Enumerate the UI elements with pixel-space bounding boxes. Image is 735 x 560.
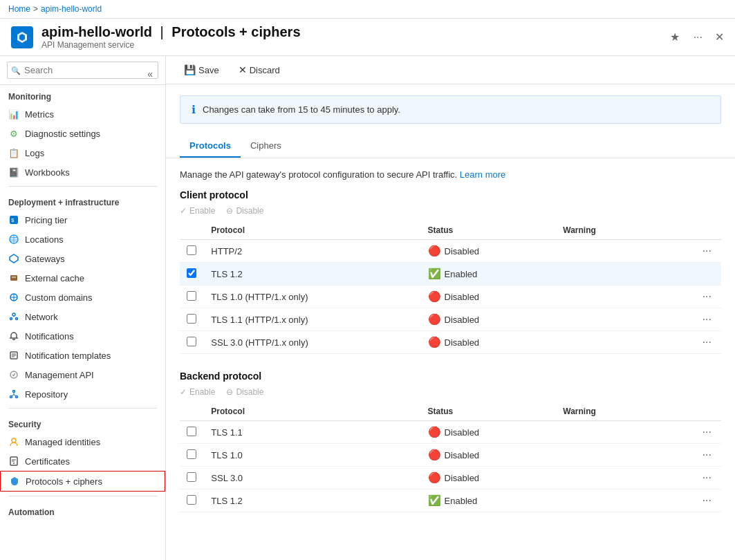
sidebar-item-gateways[interactable]: Gateways: [0, 249, 165, 268]
tab-bar: Protocols Ciphers: [166, 135, 735, 158]
sidebar-item-network-label: Network: [25, 312, 58, 322]
sidebar-item-notification-templates-label: Notification templates: [25, 351, 111, 361]
tab-ciphers[interactable]: Ciphers: [241, 135, 291, 158]
favorite-icon[interactable]: ★: [666, 29, 684, 45]
service-icon: [11, 26, 33, 48]
tab-protocols[interactable]: Protocols: [180, 135, 241, 158]
sidebar-item-network[interactable]: Network: [0, 307, 165, 326]
sidebar-item-metrics-label: Metrics: [25, 109, 54, 120]
backend-row-more-0[interactable]: ···: [700, 426, 714, 438]
backend-row-warning-2: [556, 467, 691, 489]
client-protocol-table: Protocol Status Warning HTTP/2 🔴 Disable…: [180, 221, 721, 354]
client-row-protocol-2: TLS 1.0 (HTTP/1.x only): [204, 286, 420, 308]
sidebar-item-metrics[interactable]: 📊 Metrics: [0, 104, 165, 124]
client-row-checkbox-0[interactable]: [187, 245, 196, 255]
sidebar-item-certificates[interactable]: Certificates: [0, 451, 165, 471]
backend-row-protocol-2: SSL 3.0: [204, 467, 420, 489]
client-row-checkbox-1[interactable]: [187, 268, 196, 278]
client-row-more-3[interactable]: ···: [700, 313, 714, 325]
discard-icon: ✕: [239, 64, 247, 75]
backend-row-warning-1: [556, 444, 691, 467]
close-button[interactable]: ✕: [715, 30, 724, 44]
backend-row-checkbox-1[interactable]: [187, 449, 196, 459]
backend-protocol-row-0: TLS 1.1 🔴 Disabled ···: [180, 421, 721, 444]
sidebar-item-locations[interactable]: Locations: [0, 230, 165, 249]
backend-row-more-3[interactable]: ···: [700, 494, 714, 506]
backend-enable-button[interactable]: ✓ Enable: [180, 387, 215, 397]
sidebar-divider-2: [8, 408, 157, 409]
svg-text:$: $: [11, 217, 15, 223]
main-layout: « Monitoring 📊 Metrics ⚙ Diagnostic sett…: [0, 56, 735, 560]
collapse-button[interactable]: «: [147, 68, 153, 80]
client-col-status: Status: [421, 221, 557, 240]
section-description: Manage the API gateway's protocol config…: [180, 169, 721, 180]
backend-col-status: Status: [421, 402, 557, 421]
client-row-warning-1: [556, 263, 691, 286]
client-row-warning-2: [556, 286, 691, 308]
more-options-icon[interactable]: ···: [689, 30, 707, 45]
backend-row-more-2[interactable]: ···: [700, 472, 714, 483]
client-row-more-2[interactable]: ···: [700, 290, 714, 302]
sidebar-item-management-api[interactable]: Management API: [0, 365, 165, 384]
discard-button[interactable]: ✕ Discard: [234, 62, 284, 78]
learn-more-link[interactable]: Learn more: [460, 169, 505, 180]
notification-templates-icon: [8, 350, 19, 361]
client-enable-button[interactable]: ✓ Enable: [180, 206, 215, 216]
info-banner-text: Changes can take from 15 to 45 minutes t…: [203, 104, 400, 115]
sidebar-item-pricing-label: Pricing tier: [25, 215, 67, 225]
sidebar-item-external-cache[interactable]: External cache: [0, 268, 165, 288]
backend-disable-button[interactable]: ⊖ Disable: [226, 387, 263, 397]
sidebar-item-protocols-ciphers-label: Protocols + ciphers: [26, 476, 102, 487]
sidebar-item-diagnostic-settings[interactable]: ⚙ Diagnostic settings: [0, 124, 165, 143]
sidebar-item-protocols-ciphers[interactable]: Protocols + ciphers: [0, 471, 165, 492]
repository-icon: [8, 389, 19, 400]
backend-row-status-3: ✅ Enabled: [421, 489, 557, 512]
client-row-more-4[interactable]: ···: [700, 336, 714, 348]
sidebar-item-custom-domains[interactable]: Custom domains: [0, 288, 165, 307]
disabled-icon: 🔴: [428, 290, 441, 303]
toolbar: 💾 Save ✕ Discard: [166, 56, 735, 84]
page-header: apim-hello-world | Protocols + ciphers A…: [0, 19, 735, 56]
disabled-icon-b: 🔴: [428, 426, 441, 438]
locations-icon: [8, 234, 19, 245]
sidebar-divider-3: [8, 496, 157, 496]
breadcrumb-home[interactable]: Home: [8, 4, 30, 14]
svg-marker-3: [10, 254, 18, 263]
breadcrumb-current[interactable]: apim-hello-world: [41, 4, 102, 14]
sidebar-item-repository[interactable]: Repository: [0, 384, 165, 404]
client-disable-button[interactable]: ⊖ Disable: [226, 206, 263, 216]
sidebar-item-notification-templates[interactable]: Notification templates: [0, 346, 165, 365]
sidebar-item-managed-identities[interactable]: Managed identities: [0, 432, 165, 451]
service-name: apim-hello-world | Protocols + ciphers: [41, 24, 658, 40]
svg-point-11: [13, 391, 15, 393]
client-protocol-title: Client protocol: [180, 189, 721, 200]
backend-row-checkbox-3[interactable]: [187, 495, 196, 505]
client-row-more-0[interactable]: ···: [700, 245, 714, 256]
sidebar-item-workbooks[interactable]: 📓 Workbooks: [0, 162, 165, 182]
sidebar-item-notifications[interactable]: Notifications: [0, 326, 165, 346]
backend-protocol-title: Backend protocol: [180, 371, 721, 382]
enabled-icon-b: ✅: [428, 494, 441, 507]
sidebar-item-logs[interactable]: 📋 Logs: [0, 143, 165, 162]
client-row-checkbox-4[interactable]: [187, 337, 196, 346]
client-protocol-row-0: HTTP/2 🔴 Disabled ···: [180, 240, 721, 263]
search-input[interactable]: [7, 62, 158, 79]
sidebar-item-custom-domains-label: Custom domains: [25, 292, 93, 303]
sidebar-item-certificates-label: Certificates: [25, 456, 70, 467]
backend-row-more-1[interactable]: ···: [700, 449, 714, 460]
client-row-checkbox-2[interactable]: [187, 291, 196, 301]
top-bar: Home > apim-hello-world: [0, 0, 735, 19]
client-row-status-4: 🔴 Disabled: [421, 331, 557, 354]
client-row-checkbox-3[interactable]: [187, 314, 196, 324]
check-icon: ✓: [180, 206, 187, 216]
svg-point-6: [12, 313, 15, 316]
sidebar-item-pricing-tier[interactable]: $ Pricing tier: [0, 210, 165, 230]
header-actions: ★ ···: [666, 29, 707, 45]
sidebar-item-managed-identities-label: Managed identities: [25, 437, 100, 447]
backend-protocol-row-1: TLS 1.0 🔴 Disabled ···: [180, 444, 721, 467]
backend-row-checkbox-2[interactable]: [187, 472, 196, 482]
save-button[interactable]: 💾 Save: [180, 62, 223, 78]
content-body: Manage the API gateway's protocol config…: [166, 158, 735, 540]
disabled-icon: 🔴: [428, 245, 441, 257]
backend-row-checkbox-0[interactable]: [187, 427, 196, 436]
